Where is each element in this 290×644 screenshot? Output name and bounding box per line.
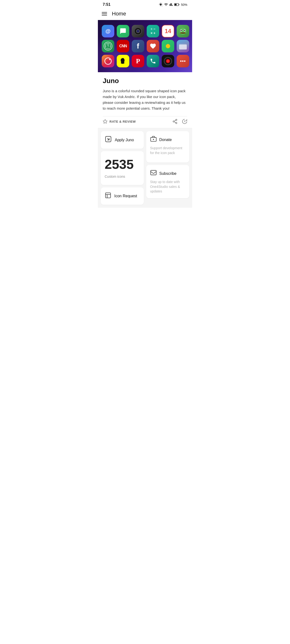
wifi-icon [164,3,168,6]
icons-grid: @ ÷ −× + 14 [102,25,188,67]
apply-juno-label: Apply Juno [115,138,134,142]
app-icon-cnn: CNN [117,40,129,52]
status-bar: 7:51 50% [98,0,192,8]
action-row: RATE & REVIEW [103,116,187,124]
apply-juno-card[interactable]: Apply Juno [101,131,144,149]
donate-label: Donate [159,138,172,142]
svg-point-21 [173,121,174,122]
share-icon [172,119,178,124]
subscribe-card[interactable]: Subscribe Stay up to date with One4Studi… [146,165,189,198]
app-icon-green-dot [162,40,174,52]
rate-review-label: RATE & REVIEW [110,120,136,124]
apply-icon [105,136,112,144]
pack-description: Juno is a colorful rounded square shaped… [103,88,187,111]
svg-point-9 [182,32,184,34]
subscribe-header: Subscribe [150,169,176,178]
app-icon-ninja [177,25,189,38]
svg-point-20 [176,119,177,121]
svg-marker-19 [103,120,107,124]
app-icon-more: ••• [177,55,189,67]
right-column: Donate Support development for the icon … [146,131,189,205]
icons-count: 2535 [105,158,134,171]
app-icon-phone [147,55,159,67]
battery-percent: 50% [181,3,187,6]
svg-rect-30 [151,170,156,175]
alarm-icon [159,3,163,6]
star-icon [103,119,108,124]
app-icon-calculator: ÷ −× + [147,25,159,38]
subscribe-desc: Stay up to date with One4Studio sales & … [150,180,185,194]
history-icon [182,119,187,124]
action-icons [172,119,187,124]
page-title: Home [112,10,126,17]
app-icon-clock: 12 6 9 3 [102,40,114,52]
svg-rect-1 [179,4,179,5]
svg-text:6: 6 [108,47,109,49]
app-icon-facebook: f [132,40,144,52]
subscribe-icon [150,169,157,178]
svg-text:9: 9 [106,46,106,47]
icons-label: Custom icons [105,174,125,178]
svg-point-7 [184,30,185,31]
app-icon-snapchat [117,55,129,67]
app-icon-mastodon: @ [102,25,114,38]
svg-rect-2 [174,4,176,5]
hamburger-menu[interactable] [102,12,107,16]
svg-rect-18 [179,45,187,50]
app-icon-heart [147,40,159,52]
cards-grid: Apply Juno 2535 Custom icons Icon Reques… [101,131,189,205]
battery-icon [174,3,180,6]
left-column: Apply Juno 2535 Custom icons Icon Reques… [101,131,144,205]
svg-point-22 [176,122,177,124]
svg-line-24 [174,120,176,121]
hero-banner: @ ÷ −× + 14 [98,20,192,72]
info-card: Juno Juno is a colorful rounded square s… [98,72,192,128]
svg-rect-26 [106,193,111,198]
history-button[interactable] [182,119,187,124]
custom-icons-card: 2535 Custom icons [101,151,144,185]
app-icon-instagram [102,55,114,67]
app-icon-pinterest: P [132,55,144,67]
pack-name: Juno [103,77,187,85]
svg-line-23 [174,122,176,123]
icon-request-label: Icon Request [114,194,137,198]
top-bar: Home [98,8,192,20]
subscribe-label: Subscribe [159,172,176,176]
app-icon-music [162,55,174,67]
app-icon-chat [117,25,129,38]
share-button[interactable] [172,119,178,124]
svg-text:3: 3 [110,46,111,47]
donate-desc: Support development for the icon pack [150,146,185,155]
donate-icon [150,136,157,144]
app-icon-camera [132,25,144,38]
icon-request-card[interactable]: Icon Request [101,188,144,205]
status-icons: 50% [159,3,187,6]
donate-card[interactable]: Donate Support development for the icon … [146,131,189,162]
app-icon-14: 14 [162,25,174,38]
app-icon-folder [177,40,189,52]
donate-header: Donate [150,136,172,144]
icon-request-icon [105,192,111,200]
status-time: 7:51 [103,2,110,7]
svg-point-6 [181,30,182,31]
rate-review-button[interactable]: RATE & REVIEW [103,119,136,124]
signal-icon [169,3,173,6]
cards-section: Apply Juno 2535 Custom icons Icon Reques… [98,128,192,208]
